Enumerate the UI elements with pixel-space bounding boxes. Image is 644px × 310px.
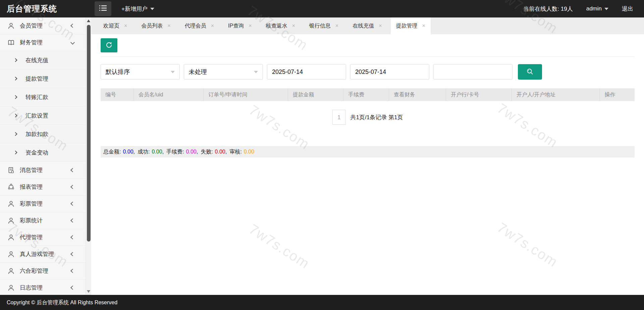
sidebar-scrollbar[interactable] bbox=[86, 17, 91, 295]
chevron-left-icon bbox=[70, 168, 75, 172]
close-icon[interactable]: × bbox=[167, 23, 170, 29]
sidebar-item-live-game-mgmt[interactable]: 真人游戏管理 bbox=[0, 246, 86, 263]
tab-bank-info[interactable]: 银行信息 × bbox=[304, 17, 344, 34]
tab-agent-member[interactable]: 代理会员 × bbox=[179, 17, 219, 34]
sidebar-item-member-mgmt[interactable]: 会员管理 bbox=[0, 17, 86, 34]
refresh-icon bbox=[105, 41, 113, 50]
tab-bar: 欢迎页 × 会员列表 × 代理会员 × IP查询 × 核查返水 × 银行信息 ×… bbox=[91, 17, 644, 34]
sidebar-item-lottery-mgmt[interactable]: 彩票管理 bbox=[0, 195, 86, 212]
page-number-button[interactable]: 1 bbox=[332, 110, 346, 125]
column-header-bank-card: 开户行/卡号 bbox=[446, 88, 512, 101]
caret-down-icon bbox=[171, 71, 175, 73]
summary-failed-label: 失败: bbox=[201, 148, 213, 156]
chevron-left-icon bbox=[70, 24, 75, 28]
footer: Copyright © 后台管理系统 All Rights Reserved bbox=[0, 295, 644, 310]
sidebar-item-report-mgmt[interactable]: 报表管理 bbox=[0, 179, 86, 195]
date-to-input[interactable] bbox=[350, 64, 429, 80]
scroll-down-arrow-icon[interactable] bbox=[87, 290, 90, 293]
user-icon bbox=[7, 22, 15, 30]
divider bbox=[101, 56, 635, 57]
user-icon bbox=[7, 284, 15, 292]
user-icon bbox=[7, 217, 15, 224]
pagination-info: 共1页/1条记录 第1页 bbox=[351, 114, 403, 121]
status-select[interactable]: 未处理 bbox=[184, 64, 263, 80]
column-header-fee: 手续费 bbox=[343, 88, 389, 101]
summary-bar: 总金额: 0.00 , 成功: 0.00 , 手续费: 0.00 , 失败: 0… bbox=[101, 146, 635, 158]
admin-username: admin bbox=[586, 5, 602, 12]
sidebar-item-message-mgmt[interactable]: 消息管理 bbox=[0, 162, 86, 179]
sidebar-item-log-mgmt[interactable]: 日志管理 bbox=[0, 279, 86, 295]
scroll-up-arrow-icon[interactable] bbox=[87, 19, 90, 22]
summary-total-label: 总金额: bbox=[103, 148, 121, 156]
logout-button[interactable]: 退出 bbox=[622, 5, 633, 13]
close-icon[interactable]: × bbox=[335, 23, 338, 29]
chevron-down-icon bbox=[70, 40, 75, 45]
sidebar-subitem-add-deduct[interactable]: 加款扣款 bbox=[0, 125, 86, 143]
add-user-dropdown[interactable]: +新增用户 bbox=[121, 5, 154, 13]
caret-down-icon bbox=[604, 8, 608, 10]
tab-ip-query[interactable]: IP查询 × bbox=[223, 17, 257, 34]
content-panel: 默认排序 未处理 编号 会员名/uid 订单号/申请时间 提款金额 手续费 bbox=[91, 34, 644, 158]
sidebar-item-mark-six-mgmt[interactable]: 六合彩管理 bbox=[0, 263, 86, 279]
chevron-right-icon bbox=[13, 95, 17, 99]
tab-online-recharge[interactable]: 在线充值 × bbox=[347, 17, 387, 34]
tab-rebate-check[interactable]: 核查返水 × bbox=[261, 17, 301, 34]
user-icon bbox=[7, 234, 15, 241]
sidebar-subitem-fund-changes[interactable]: 资金变动 bbox=[0, 143, 86, 162]
column-header-order-time: 订单号/申请时间 bbox=[204, 88, 288, 101]
admin-dropdown[interactable]: admin bbox=[586, 5, 608, 12]
close-icon[interactable]: × bbox=[292, 23, 295, 29]
chevron-left-icon bbox=[70, 202, 75, 206]
add-user-label: +新增用户 bbox=[121, 5, 148, 13]
close-icon[interactable]: × bbox=[124, 23, 127, 29]
sidebar-item-finance-mgmt[interactable]: 财务管理 bbox=[0, 34, 86, 51]
column-header-id: 编号 bbox=[101, 88, 134, 101]
main-area: 欢迎页 × 会员列表 × 代理会员 × IP查询 × 核查返水 × 银行信息 ×… bbox=[91, 17, 644, 295]
report-network-icon bbox=[7, 183, 15, 191]
chevron-left-icon bbox=[70, 269, 75, 273]
chevron-right-icon bbox=[13, 150, 17, 154]
column-header-holder-address: 开户人/开户地址 bbox=[512, 88, 600, 101]
sort-select[interactable]: 默认排序 bbox=[101, 64, 180, 80]
tab-welcome[interactable]: 欢迎页 × bbox=[98, 17, 132, 34]
summary-total-value: 0.00 bbox=[123, 149, 133, 155]
refresh-button[interactable] bbox=[101, 38, 117, 52]
search-icon bbox=[526, 68, 534, 77]
close-icon[interactable]: × bbox=[211, 23, 214, 29]
online-count: 当前在线人数: 19人 bbox=[523, 5, 573, 13]
column-header-actions: 操作 bbox=[600, 88, 634, 101]
sidebar: 会员管理 财务管理 在线充值 提款管理 转账汇款 汇款设置 bbox=[0, 17, 91, 295]
chevron-right-icon bbox=[13, 114, 17, 117]
tab-withdrawal-mgmt[interactable]: 提款管理 × bbox=[391, 17, 431, 34]
chevron-left-icon bbox=[70, 185, 75, 189]
sidebar-item-agent-mgmt[interactable]: 代理管理 bbox=[0, 229, 86, 246]
sidebar-subitem-remit-settings[interactable]: 汇款设置 bbox=[0, 106, 86, 125]
sidebar-toggle-button[interactable] bbox=[95, 1, 111, 16]
sidebar-subitem-withdrawal-mgmt[interactable]: 提款管理 bbox=[0, 70, 86, 88]
chevron-left-icon bbox=[70, 218, 75, 223]
top-header: 后台管理系统 +新增用户 当前在线人数: 19人 admin 退出 bbox=[0, 0, 644, 17]
sidebar-subitem-transfer-remit[interactable]: 转账汇款 bbox=[0, 88, 86, 106]
user-icon bbox=[7, 267, 15, 275]
chevron-right-icon bbox=[13, 132, 17, 136]
date-from-input[interactable] bbox=[267, 64, 346, 80]
keyword-input[interactable] bbox=[433, 64, 513, 80]
message-file-icon bbox=[7, 167, 15, 174]
close-icon[interactable]: × bbox=[422, 23, 425, 29]
caret-down-icon bbox=[150, 8, 154, 10]
close-icon[interactable]: × bbox=[379, 23, 382, 29]
copyright-text: Copyright © 后台管理系统 All Rights Reserved bbox=[7, 300, 117, 305]
summary-fee-label: 手续费: bbox=[166, 148, 184, 156]
search-button[interactable] bbox=[518, 64, 542, 80]
chevron-left-icon bbox=[70, 235, 75, 239]
caret-down-icon bbox=[254, 71, 258, 73]
scrollbar-thumb[interactable] bbox=[87, 25, 91, 241]
sidebar-subitem-online-recharge[interactable]: 在线充值 bbox=[0, 51, 86, 70]
summary-success-value: 0.00 bbox=[152, 149, 162, 155]
summary-audit-value: 0.00 bbox=[244, 149, 254, 155]
summary-success-label: 成功: bbox=[138, 148, 150, 156]
user-icon bbox=[7, 200, 15, 208]
close-icon[interactable]: × bbox=[249, 23, 252, 29]
sidebar-item-lottery-stats[interactable]: 彩票统计 bbox=[0, 212, 86, 229]
tab-member-list[interactable]: 会员列表 × bbox=[136, 17, 176, 34]
